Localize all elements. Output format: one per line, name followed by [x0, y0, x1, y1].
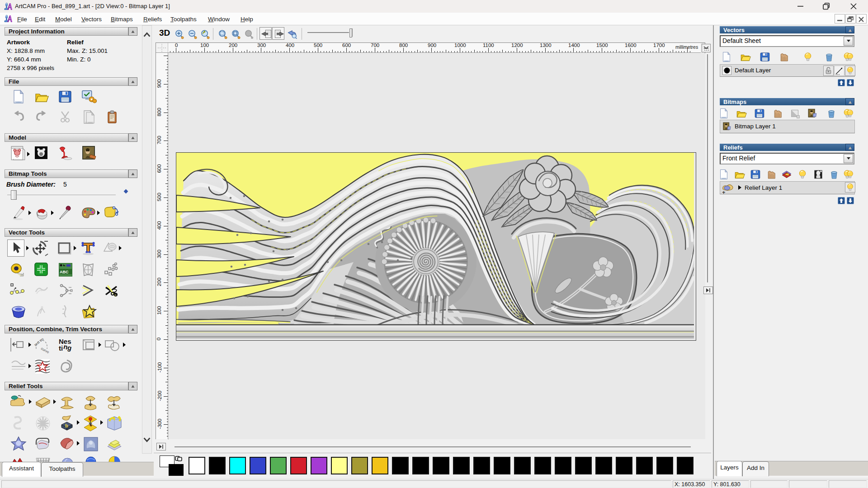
svg-text:text on: text on	[33, 337, 44, 347]
svg-text:b: b	[65, 423, 68, 428]
svg-text:ti: ti	[59, 344, 63, 352]
svg-text:ABC: ABC	[60, 270, 69, 274]
svg-text:curve: curve	[40, 347, 50, 353]
svg-text:ng: ng	[63, 343, 73, 352]
